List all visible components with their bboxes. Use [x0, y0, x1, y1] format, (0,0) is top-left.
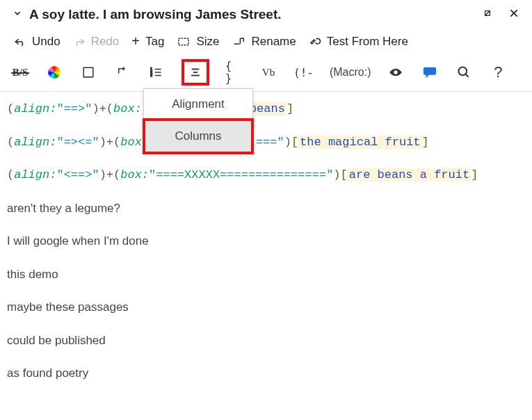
strikethrough-styles-icon[interactable]: B/S: [11, 63, 29, 81]
alignment-dropdown: Alignment Columns: [143, 88, 253, 154]
help-icon[interactable]: ?: [489, 63, 507, 81]
tag-button[interactable]: + Tag: [131, 33, 164, 49]
editor-area[interactable]: (align:"==>")+(box:"======XXXXX")[beans]…: [0, 92, 532, 405]
code-line: (align:"=><=")+(box:"===XXXXX===")[the m…: [7, 134, 525, 152]
code-line: (align:"<==>")+(box:"====XXXXX==========…: [7, 166, 525, 184]
search-icon[interactable]: [455, 63, 473, 81]
preview-icon[interactable]: [387, 63, 405, 81]
plain-text-line: maybe these passages: [7, 298, 525, 316]
expand-icon[interactable]: [482, 8, 493, 22]
plain-text-line: aren't they a legume?: [7, 200, 525, 218]
colors-icon[interactable]: [45, 63, 63, 81]
code-line: (align:"==>")+(box:"======XXXXX")[beans]: [7, 100, 525, 118]
verbatim-icon[interactable]: Vb: [259, 63, 277, 81]
braces-icon[interactable]: { }: [225, 63, 243, 81]
plain-text-line: this demo: [7, 266, 525, 284]
test-from-here-button[interactable]: Test From Here: [309, 35, 408, 49]
rename-button[interactable]: Rename: [232, 35, 296, 49]
list-bullets-icon[interactable]: 123: [147, 63, 166, 81]
macro-label[interactable]: (Macro:): [330, 66, 371, 79]
svg-rect-4: [83, 67, 93, 77]
rotate-icon[interactable]: [113, 63, 131, 81]
svg-point-16: [459, 67, 467, 76]
svg-rect-3: [179, 38, 188, 45]
redo-button[interactable]: Redo: [73, 35, 120, 49]
dropdown-item-columns[interactable]: Columns: [145, 121, 251, 152]
borders-icon[interactable]: [79, 63, 97, 81]
close-icon[interactable]: [508, 8, 519, 22]
svg-point-15: [394, 70, 398, 74]
svg-line-17: [466, 74, 469, 77]
dropdown-item-alignment[interactable]: Alignment: [144, 89, 252, 120]
svg-text:3: 3: [150, 73, 152, 77]
speech-bubble-icon[interactable]: [421, 63, 439, 81]
plain-text-line: could be published: [7, 332, 525, 350]
svg-line-0: [485, 11, 490, 16]
undo-button[interactable]: Undo: [14, 35, 61, 49]
plain-text-line: I will google when I'm done: [7, 232, 525, 250]
plain-text-line: as found poetry: [7, 364, 525, 382]
passage-title: A soy latte. I am browsing James Street.: [29, 7, 482, 22]
alignment-icon[interactable]: [182, 59, 209, 86]
collapse-chevron-icon[interactable]: [13, 8, 22, 21]
comment-icon[interactable]: (!-: [293, 63, 314, 81]
size-button[interactable]: Size: [177, 35, 219, 49]
